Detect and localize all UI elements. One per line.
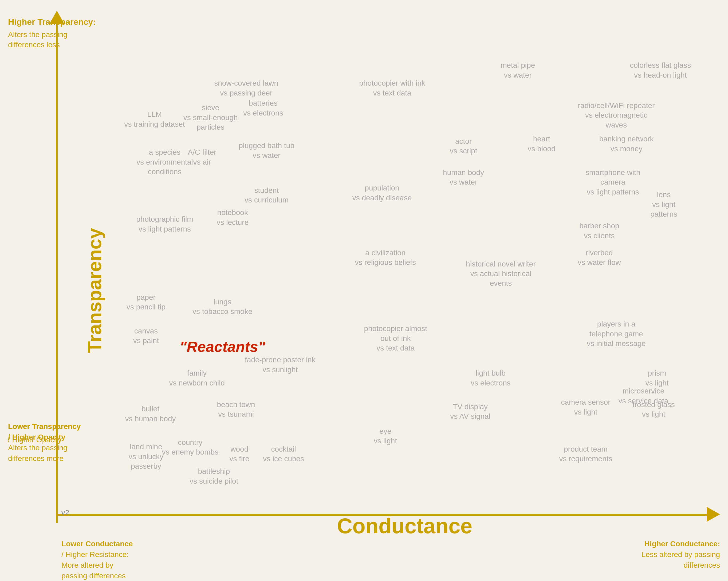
- data-point-actor: actor vs script: [450, 137, 477, 156]
- data-point-lens: lens vs light patterns: [650, 190, 677, 219]
- data-point-smartphone-camera: smartphone with camera vs light patterns: [586, 168, 640, 197]
- version-label: v2: [61, 508, 70, 517]
- data-point-eye: eye vs light: [374, 426, 397, 446]
- data-point-players-telephone: players in a telephone game vs initial m…: [587, 319, 646, 349]
- data-point-human-body: human body vs water: [443, 168, 484, 187]
- data-point-barber-shop: barber shop vs clients: [579, 221, 619, 241]
- data-point-student: student vs curriculum: [244, 186, 289, 205]
- chart-container: Transparency Conductance Higher Transpar…: [0, 0, 728, 581]
- data-point-country: country vs enemy bombs: [162, 438, 219, 457]
- data-point-notebook: notebook vs lecture: [216, 208, 249, 227]
- data-point-light-bulb: light bulb vs electrons: [471, 368, 511, 388]
- data-point-photocopier-almost: photocopier almost out of ink vs text da…: [364, 324, 427, 353]
- bottom-x-left-desc3: passing differences: [61, 571, 126, 581]
- data-point-family: family vs newborn child: [169, 368, 225, 388]
- data-point-product-team: product team vs requirements: [559, 444, 612, 464]
- extra-annotation: differences more: [8, 453, 63, 464]
- data-point-metal-pipe: metal pipe vs water: [500, 60, 535, 80]
- data-point-beach-town: beach town vs tsunami: [217, 400, 255, 419]
- data-point-wood-fire: wood vs fire: [229, 444, 249, 464]
- data-point-civilization: a civilization vs religious beliefs: [355, 248, 416, 268]
- extra-annotation: Lower Transparency: [8, 421, 81, 432]
- bottom-x-left-header: Lower Conductance: [61, 538, 133, 549]
- bottom-x-right-desc2: differences: [684, 560, 720, 570]
- y-axis-label: Transparency: [83, 228, 105, 353]
- x-axis-arrow: [707, 507, 720, 522]
- data-point-land-mine: land mine vs unlucky passerby: [129, 442, 164, 471]
- data-point-banking-network: banking network vs money: [599, 134, 654, 154]
- data-point-ac-filter: A/C filter vs air: [188, 147, 216, 167]
- data-point-camera-sensor: camera sensor vs light: [561, 397, 610, 417]
- data-point-plugged-bath-tub: plugged bath tub vs water: [239, 141, 294, 160]
- data-point-paper: paper vs pencil tip: [127, 293, 165, 312]
- data-point-colorless-flat-glass: colorless flat glass vs head-on light: [630, 60, 691, 80]
- data-point-bullet: bullet vs human body: [125, 404, 176, 424]
- data-point-radio-cell-wifi: radio/cell/WiFi repeater vs electromagne…: [578, 101, 655, 130]
- data-point-llm: LLM vs training dataset: [124, 110, 185, 129]
- top-left-desc2: differences less: [8, 39, 60, 50]
- extra-annotation: Alters the passing: [8, 443, 68, 453]
- data-point-cocktail: cocktail vs ice cubes: [263, 444, 304, 464]
- data-point-photocopier-ink: photocopier with ink vs text data: [359, 78, 425, 98]
- data-point-reactants: "Reactants": [180, 337, 265, 357]
- data-point-frosted-glass: frosted glass vs light: [632, 400, 675, 419]
- data-point-batteries: batteries vs electrons: [243, 99, 283, 118]
- data-point-tv-display: TV display vs AV signal: [450, 402, 490, 421]
- data-point-heart: heart vs blood: [528, 134, 555, 154]
- data-point-historical-novel: historical novel writer vs actual histor…: [466, 259, 536, 288]
- data-point-riverbed: riverbed vs water flow: [578, 248, 621, 268]
- top-left-header: Higher Transparency:: [8, 16, 96, 28]
- bottom-x-left-desc1: / Higher Resistance:: [61, 549, 129, 560]
- bottom-x-right-header: Higher Conductance:: [645, 538, 720, 549]
- x-axis-label: Conductance: [337, 514, 472, 538]
- data-point-species: a species vs environmental conditions: [136, 147, 193, 176]
- bottom-x-right-desc: Less altered by passing: [642, 549, 720, 560]
- data-point-sieve: sieve vs small-enough particles: [183, 103, 238, 132]
- top-left-desc1: Alters the passing: [8, 29, 68, 40]
- data-point-snow-covered-lawn: snow-covered lawn vs passing deer: [214, 78, 278, 98]
- extra-annotation: / Higher Opacity: [8, 432, 66, 442]
- data-point-lungs: lungs vs tobacco smoke: [192, 297, 252, 316]
- data-point-fade-prone-poster: fade-prone poster ink vs sunlight: [245, 355, 316, 375]
- data-point-battleship: battleship vs suicide pilot: [189, 467, 238, 486]
- bottom-x-left-desc2: More altered by: [61, 560, 113, 570]
- data-point-canvas-paint: canvas vs paint: [133, 326, 159, 346]
- data-point-photographic-film: photographic film vs light patterns: [136, 215, 193, 234]
- data-point-prism: prism vs light: [645, 368, 669, 388]
- data-point-pupulation: pupulation vs deadly disease: [353, 183, 412, 203]
